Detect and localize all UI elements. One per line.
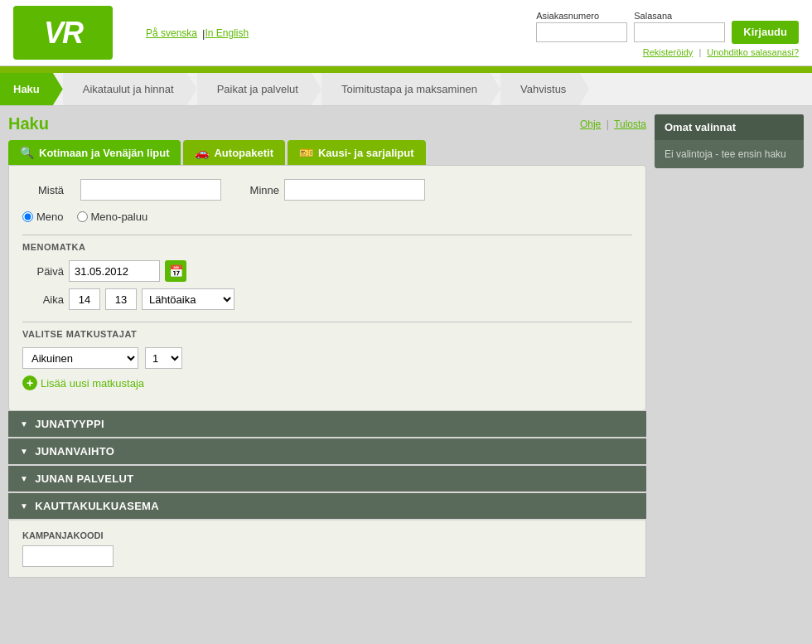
date-input[interactable] <box>69 260 160 282</box>
language-bar: På svenska | In English <box>146 26 536 40</box>
print-link[interactable]: Tulosta <box>614 119 646 130</box>
search-icon: 🔍 <box>20 146 34 159</box>
chevron-down-icon: ▼ <box>20 447 28 456</box>
sidebar-title: Omat valinnat <box>655 114 804 140</box>
nav-strip <box>0 66 812 73</box>
traveler-type-select[interactable]: Aikuinen Lapsi Opiskelija Eläkeläinen <box>22 347 138 369</box>
from-label: Mistä <box>22 184 64 196</box>
add-traveler-label: Lisää uusi matkustaja <box>41 377 144 390</box>
search-form: Mistä Minne Meno Meno-paluu <box>8 165 646 411</box>
sidebar: Omat valinnat Ei valintoja - tee ensin h… <box>655 114 804 578</box>
outbound-section: MENOMATKA <box>22 235 632 252</box>
breadcrumb-vahvistus[interactable]: Vahvistus <box>500 73 589 105</box>
add-traveler-link[interactable]: + Lisää uusi matkustaja <box>22 375 632 390</box>
tab-domestic-tickets[interactable]: 🔍 Kotimaan ja Venäjän liput <box>8 140 181 165</box>
return-radio[interactable] <box>77 211 88 222</box>
login-links: Rekisteröidy | Unohditko salasanasi? <box>643 47 799 57</box>
lang-swedish-link[interactable]: På svenska <box>146 27 197 39</box>
return-option[interactable]: Meno-paluu <box>77 211 148 223</box>
from-input[interactable] <box>80 179 221 201</box>
header: VR På svenska | In English Asiakasnumero… <box>0 0 812 66</box>
login-fields: Asiakasnumero Salasana Kirjaudu <box>536 9 799 44</box>
tab-season-tickets[interactable]: 🎫 Kausi- ja sarjaliput <box>288 140 426 165</box>
one-way-option[interactable]: Meno <box>22 211 64 223</box>
page-title: Haku <box>8 114 49 133</box>
sidebar-box: Omat valinnat Ei valintoja - tee ensin h… <box>655 114 804 168</box>
main: Haku Ohje | Tulosta 🔍 Kotimaan ja Venäjä… <box>0 106 812 578</box>
tab-buttons: 🔍 Kotimaan ja Venäjän liput 🚗 Autopaketi… <box>8 140 646 165</box>
register-link[interactable]: Rekisteröidy <box>643 47 694 57</box>
collapse-kauttakulku[interactable]: ▼ KAUTTAKULKUASEMA <box>8 493 646 519</box>
sidebar-content: Ei valintoja - tee ensin haku <box>655 140 804 168</box>
customer-number-group: Asiakasnumero <box>536 11 627 42</box>
page-title-row: Haku Ohje | Tulosta <box>8 114 646 133</box>
time-type-select[interactable]: Lähtöaika Saapumisaika <box>142 288 234 310</box>
tab-car-label: Autopaketit <box>214 147 273 159</box>
collapse-junan-palvelut-label: JUNAN PALVELUT <box>35 472 133 485</box>
to-input[interactable] <box>284 179 425 201</box>
kampanja-input[interactable] <box>22 545 114 567</box>
login-button[interactable]: Kirjaudu <box>732 21 799 44</box>
ticket-icon: 🎫 <box>299 146 313 159</box>
to-label: Minne <box>238 184 279 196</box>
trip-type-row: Meno Meno-paluu <box>22 211 632 223</box>
collapse-junanvaihto[interactable]: ▼ JUNANVAIHTO <box>8 438 646 464</box>
help-link[interactable]: Ohje <box>580 119 601 130</box>
login-link-separator: | <box>698 47 703 57</box>
login-area: Asiakasnumero Salasana Kirjaudu Rekister… <box>536 9 799 57</box>
tab-domestic-label: Kotimaan ja Venäjän liput <box>39 147 169 159</box>
time-hour-input[interactable] <box>69 288 100 310</box>
password-label: Salasana <box>634 11 725 21</box>
car-icon: 🚗 <box>195 146 209 159</box>
logo-text: VR <box>44 16 82 51</box>
time-row: Aika Lähtöaika Saapumisaika <box>22 288 632 310</box>
collapse-junanvaihto-label: JUNANVAIHTO <box>35 445 114 458</box>
one-way-label: Meno <box>36 211 64 223</box>
kampanja-section: KAMPANJAKOODI <box>8 521 646 578</box>
password-group: Salasana <box>634 11 725 42</box>
tab-car-packages[interactable]: 🚗 Autopaketit <box>183 140 285 165</box>
lang-english-link[interactable]: In English <box>205 27 249 39</box>
forgot-password-link[interactable]: Unohditko salasanasi? <box>707 47 799 57</box>
add-traveler-row: + Lisää uusi matkustaja <box>22 375 632 390</box>
time-minute-input[interactable] <box>105 288 137 310</box>
content: Haku Ohje | Tulosta 🔍 Kotimaan ja Venäjä… <box>8 114 646 578</box>
logo: VR <box>13 6 113 60</box>
collapse-junatyyppi-label: JUNATYYPPI <box>35 418 104 430</box>
password-input[interactable] <box>634 22 725 42</box>
kampanja-label: KAMPANJAKOODI <box>22 530 632 540</box>
travelers-label: VALITSE MATKUSTAJAT <box>22 329 632 339</box>
collapse-junatyyppi[interactable]: ▼ JUNATYYPPI <box>8 411 646 437</box>
customer-number-label: Asiakasnumero <box>536 11 627 21</box>
chevron-down-icon: ▼ <box>20 419 28 429</box>
date-row: Päivä 📅 <box>22 260 632 282</box>
breadcrumb-haku[interactable]: Haku <box>0 73 63 105</box>
tab-season-label: Kausi- ja sarjaliput <box>318 147 414 159</box>
traveler-row: Aikuinen Lapsi Opiskelija Eläkeläinen 1 … <box>22 347 632 369</box>
calendar-icon[interactable]: 📅 <box>165 260 186 282</box>
return-label: Meno-paluu <box>91 211 148 223</box>
breadcrumb-aikataulut[interactable]: Aikataulut ja hinnat <box>63 73 197 105</box>
customer-number-input[interactable] <box>536 22 627 42</box>
chevron-down-icon: ▼ <box>20 474 28 483</box>
breadcrumb-paikat[interactable]: Paikat ja palvelut <box>197 73 321 105</box>
breadcrumb-toimitus[interactable]: Toimitustapa ja maksaminen <box>321 73 500 105</box>
date-label: Päivä <box>22 265 64 278</box>
travelers-section: VALITSE MATKUSTAJAT <box>22 322 632 339</box>
traveler-count-select[interactable]: 1 2 3 4 5 <box>145 347 182 369</box>
chevron-down-icon: ▼ <box>20 501 28 511</box>
collapse-kauttakulku-label: KAUTTAKULKUASEMA <box>35 500 159 512</box>
to-group: Minne <box>238 179 425 201</box>
collapse-junan-palvelut[interactable]: ▼ JUNAN PALVELUT <box>8 466 646 491</box>
page-title-links: Ohje | Tulosta <box>580 119 646 130</box>
time-label: Aika <box>22 293 64 306</box>
breadcrumb: Haku Aikataulut ja hinnat Paikat ja palv… <box>0 73 812 106</box>
outbound-label: MENOMATKA <box>22 242 632 252</box>
add-circle-icon: + <box>22 375 37 390</box>
from-to-row: Mistä Minne <box>22 179 632 201</box>
one-way-radio[interactable] <box>22 211 33 222</box>
